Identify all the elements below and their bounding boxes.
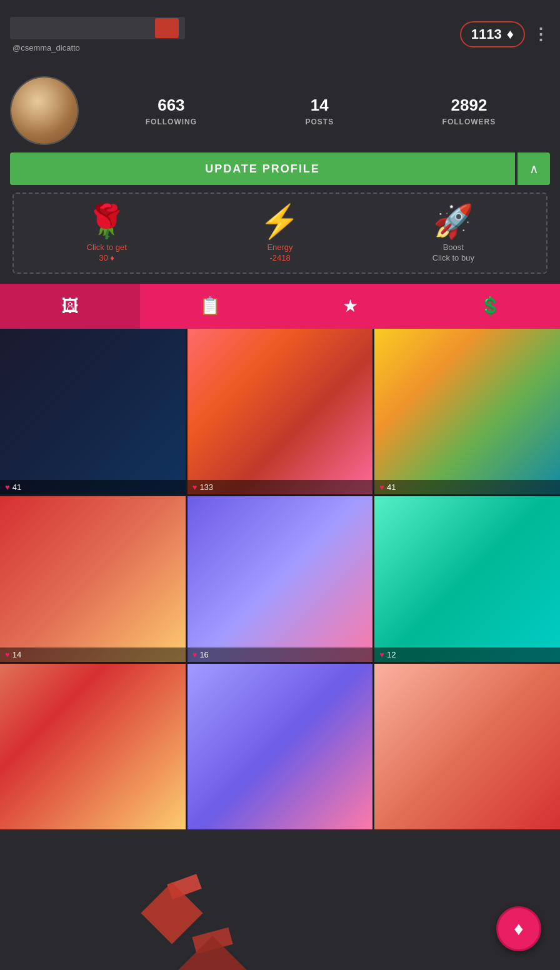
shape-bar-1 bbox=[167, 874, 202, 899]
rocket-label: BoostClick to buy bbox=[432, 242, 474, 264]
heart-icon-5: ♥ bbox=[192, 650, 198, 659]
more-menu-icon[interactable]: ⋮ bbox=[532, 25, 550, 44]
rose-icon-item[interactable]: 🌹 Click to get30 ♦ bbox=[20, 205, 193, 264]
bolt-icon-item[interactable]: ⚡ Energy-2418 bbox=[193, 205, 366, 264]
photo-cell-4[interactable]: ♥ 14 bbox=[0, 496, 186, 662]
username-bar bbox=[10, 17, 185, 39]
header-right: 1113 ♦ ⋮ bbox=[460, 21, 550, 48]
bolt-icon: ⚡ bbox=[259, 205, 300, 238]
coins-tab-icon: 💲 bbox=[479, 296, 501, 316]
header-left: @csemma_dicatto bbox=[10, 17, 185, 52]
rocket-icon-item[interactable]: 🚀 BoostClick to buy bbox=[367, 205, 540, 264]
bolt-label: Energy-2418 bbox=[267, 242, 292, 264]
heart-icon-4: ♥ bbox=[5, 650, 10, 659]
heart-icon-1: ♥ bbox=[5, 482, 10, 492]
photo-overlay-1: ♥ 41 bbox=[0, 480, 186, 494]
gems-badge[interactable]: 1113 ♦ bbox=[460, 21, 525, 48]
favorites-tab-icon: ★ bbox=[342, 296, 358, 316]
profile-top: 663 FOLLOWING 14 POSTS 2892 FOLLOWERS bbox=[10, 76, 550, 145]
photo-grid-container: ♥ 41 ♥ 133 ♥ 41 ♥ 14 ♥ 16 bbox=[0, 329, 560, 829]
tab-photos[interactable]: 🖼 bbox=[0, 284, 140, 329]
photo-cell-9[interactable] bbox=[374, 664, 560, 829]
update-profile-button[interactable]: UPDATE PROFILE bbox=[10, 152, 515, 185]
heart-icon-2: ♥ bbox=[192, 482, 198, 492]
avatar-image bbox=[11, 78, 78, 144]
followers-count: 2892 bbox=[451, 96, 488, 115]
update-profile-arrow-button[interactable]: ∧ bbox=[518, 152, 550, 185]
fab-diamond-button[interactable]: ♦ bbox=[496, 906, 541, 951]
photo-count-3: 41 bbox=[387, 482, 396, 492]
photo-count-4: 14 bbox=[12, 650, 21, 659]
tab-favorites[interactable]: ★ bbox=[280, 284, 420, 329]
posts-count: 14 bbox=[311, 96, 329, 115]
photo-overlay-2: ♥ 133 bbox=[188, 480, 373, 494]
following-label: FOLLOWING bbox=[146, 118, 197, 126]
profile-section: 663 FOLLOWING 14 POSTS 2892 FOLLOWERS UP… bbox=[0, 69, 560, 284]
shape-diamond-1 bbox=[141, 882, 203, 944]
photo-cell-2[interactable]: ♥ 133 bbox=[188, 329, 373, 494]
photos-tab-icon: 🖼 bbox=[61, 296, 79, 316]
heart-icon-3: ♥ bbox=[379, 482, 384, 492]
photo-overlay-6: ♥ 12 bbox=[374, 648, 560, 662]
photo-overlay-5: ♥ 16 bbox=[188, 648, 373, 662]
user-handle: @csemma_dicatto bbox=[10, 43, 185, 52]
tab-list[interactable]: 📋 bbox=[140, 284, 280, 329]
following-count: 663 bbox=[158, 96, 184, 115]
stats-row: 663 FOLLOWING 14 POSTS 2892 FOLLOWERS bbox=[91, 96, 550, 126]
stat-followers: 2892 FOLLOWERS bbox=[442, 96, 496, 126]
photo-grid: ♥ 41 ♥ 133 ♥ 41 ♥ 14 ♥ 16 bbox=[0, 329, 560, 829]
photo-overlay-4: ♥ 14 bbox=[0, 648, 186, 662]
avatar[interactable] bbox=[10, 76, 79, 145]
gems-count: 1113 bbox=[471, 26, 502, 42]
photo-cell-7[interactable] bbox=[0, 664, 186, 829]
photo-cell-5[interactable]: ♥ 16 bbox=[188, 496, 373, 662]
username-bar-red-box bbox=[155, 18, 179, 38]
rocket-icon: 🚀 bbox=[433, 205, 474, 238]
photo-cell-6[interactable]: ♥ 12 bbox=[374, 496, 560, 662]
photo-count-5: 16 bbox=[199, 650, 208, 659]
rose-label: Click to get30 ♦ bbox=[87, 242, 127, 264]
photo-cell-3[interactable]: ♥ 41 bbox=[374, 329, 560, 494]
icons-row: 🌹 Click to get30 ♦ ⚡ Energy-2418 🚀 Boost… bbox=[12, 192, 548, 274]
photo-count-2: 133 bbox=[199, 482, 213, 492]
photo-cell-8[interactable] bbox=[188, 664, 373, 829]
list-tab-icon: 📋 bbox=[199, 296, 221, 316]
photo-cell-1[interactable]: ♥ 41 bbox=[0, 329, 186, 494]
posts-label: POSTS bbox=[305, 118, 334, 126]
rose-icon: 🌹 bbox=[86, 205, 127, 238]
shape-diamond-2 bbox=[172, 936, 252, 970]
fab-diamond-icon: ♦ bbox=[514, 918, 523, 939]
photo-count-1: 41 bbox=[12, 482, 21, 492]
stat-posts: 14 POSTS bbox=[305, 96, 334, 126]
header: @csemma_dicatto 1113 ♦ ⋮ bbox=[0, 0, 560, 69]
diamond-icon: ♦ bbox=[507, 26, 514, 42]
heart-icon-6: ♥ bbox=[379, 650, 384, 659]
shape-bar-2 bbox=[192, 927, 232, 954]
update-profile-row: UPDATE PROFILE ∧ bbox=[10, 152, 550, 185]
photo-overlay-3: ♥ 41 bbox=[374, 480, 560, 494]
photo-count-6: 12 bbox=[387, 650, 396, 659]
tabs-row: 🖼 📋 ★ 💲 bbox=[0, 284, 560, 329]
stat-following: 663 FOLLOWING bbox=[146, 96, 197, 126]
followers-label: FOLLOWERS bbox=[442, 118, 496, 126]
tab-coins[interactable]: 💲 bbox=[420, 284, 560, 329]
